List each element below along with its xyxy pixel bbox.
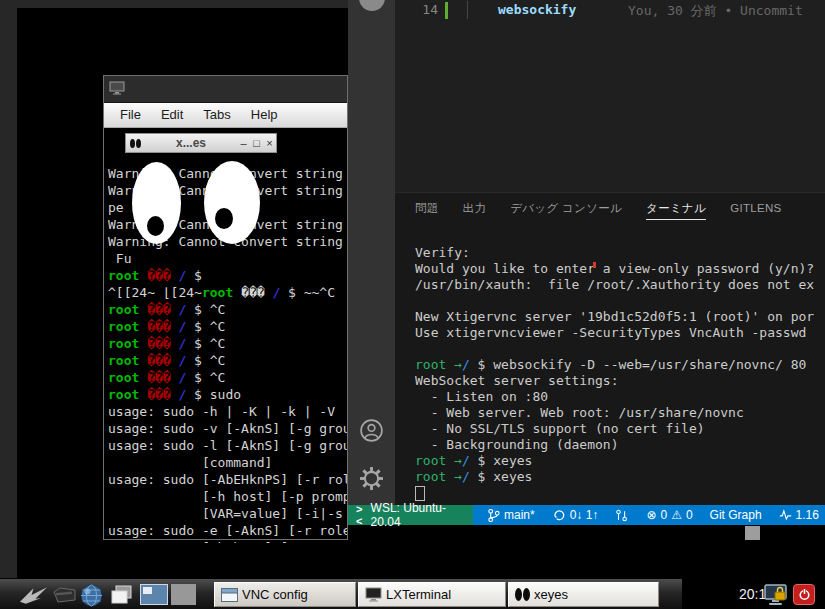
account-icon[interactable] — [359, 418, 384, 443]
maximize-button[interactable]: □ — [250, 137, 263, 149]
menu-item-tabs[interactable]: Tabs — [193, 103, 240, 127]
taskbar-button-vnc-config[interactable]: VNC config — [214, 582, 356, 607]
terminal-line: root ��� / $ — [108, 267, 347, 284]
problems-indicator[interactable]: ⊗ 0 ⚠ 0 — [646, 508, 692, 522]
pager-desktop-1[interactable] — [140, 584, 168, 605]
menu-item-edit[interactable]: Edit — [151, 103, 193, 127]
xeyes-right-pupil — [215, 208, 233, 229]
terminal-line: New Xtigervnc server '19bd1c52d0f5:1 (ro… — [415, 309, 825, 325]
desktop-top-strip — [0, 0, 348, 8]
terminal-icon — [365, 587, 382, 602]
vscode-window: 14 websockify You, 30 分前 • Uncommit 問題出力… — [348, 0, 825, 525]
panel-tab-問題[interactable]: 問題 — [415, 201, 439, 220]
lxterminal-titlebar[interactable] — [104, 76, 347, 103]
terminal-line: - Backgrounding (daemon) — [415, 437, 825, 453]
power-icon — [798, 588, 811, 601]
xeyes-icon — [515, 588, 530, 601]
taskbar-button-xeyes[interactable]: xeyes — [508, 582, 659, 607]
pulse-icon — [779, 509, 792, 521]
panel-tab-ターミナル[interactable]: ターミナル — [646, 201, 706, 220]
menu-item-file[interactable]: File — [110, 103, 151, 127]
terminal-line: root ��� / $ ^C — [108, 318, 347, 335]
lock-screen-icon[interactable] — [763, 583, 789, 607]
branch-indicator[interactable]: main* — [487, 508, 535, 523]
panel-tab-GITLENS[interactable]: GITLENS — [730, 202, 781, 218]
terminal-line: [-h host] [-p promp — [108, 488, 347, 505]
pager-desktop-2[interactable] — [171, 584, 196, 605]
activity-top-icon[interactable] — [359, 0, 385, 11]
terminal-line: /usr/bin/xauth: file /root/.Xauthority d… — [415, 277, 825, 293]
desktop: { "lxterminal": { "menu": ["File", "Edit… — [0, 0, 825, 609]
warnings-icon: ⚠ — [671, 508, 682, 522]
logout-power-button[interactable] — [793, 584, 815, 605]
terminal-line: WebSocket server settings: — [415, 373, 825, 389]
terminal-line — [415, 293, 825, 309]
terminal-line: [-h host] [-p promp — [108, 539, 347, 543]
close-button[interactable]: × — [263, 137, 276, 149]
terminal-line: Would you like to enter a view-only pass… — [415, 261, 825, 277]
bottom-panel: 問題出力デバッグ コンソールターミナルGITLENS Verify:Would … — [395, 192, 825, 505]
terminal-line: usage: sudo -v [-AknS] [-g grou — [108, 420, 347, 437]
git-graph-button[interactable]: Git Graph — [710, 508, 762, 522]
vnc-window-icon — [221, 588, 238, 602]
xeyes-titlebar[interactable]: x...es – □ × — [125, 133, 277, 153]
terminal-line: - Listen on :80 — [415, 389, 825, 405]
terminal-line: ^[[24~ ⌊[24~root ��� / $ ~~^C — [108, 284, 347, 301]
terminal-line: root ��� / $ ^C — [108, 301, 347, 318]
taskbar: VNC config LXTerminal xeyes 20:14 — [0, 578, 825, 609]
terminal-line: [VAR=value] [-i|-s — [108, 505, 347, 522]
panel-tab-デバッグ コンソール[interactable]: デバッグ コンソール — [510, 201, 622, 220]
settings-gear-icon[interactable] — [359, 466, 384, 491]
terminal-line: usage: sudo -l [-AknS] [-g grou — [108, 437, 347, 454]
indent-guide — [467, 1, 468, 19]
scrollbar-artifact — [745, 526, 760, 540]
terminal-line: root →/ $ xeyes — [415, 469, 825, 485]
terminal-line: root ��� / $ ^C — [108, 352, 347, 369]
desktop-left-strip — [0, 0, 17, 578]
integrated-terminal[interactable]: Verify:Would you like to enter a view-on… — [415, 245, 825, 505]
terminal-icon — [109, 81, 125, 95]
terminal-line: usage: sudo -h | -K | -k | -V — [108, 403, 347, 420]
xeyes-left-eye — [132, 162, 181, 244]
xeyes-right-eye — [204, 161, 260, 244]
sync-indicator[interactable]: 0↓ 1↑ — [552, 508, 599, 522]
git-added-indicator — [445, 2, 448, 19]
gitlens-compare-icon[interactable] — [615, 508, 629, 523]
terminal-line: - Web server. Web root: /usr/share/novnc — [415, 405, 825, 421]
errors-icon: ⊗ — [646, 508, 656, 522]
web-browser-icon[interactable] — [80, 584, 103, 607]
panel-tab-出力[interactable]: 出力 — [463, 201, 487, 220]
terminal-line: root →/ $ websockify -D --web=/usr/share… — [415, 357, 825, 373]
terminal-line: - No SSL/TLS support (no cert file) — [415, 421, 825, 437]
terminal-line: Fu — [108, 250, 347, 267]
xeyes-icon — [130, 139, 141, 148]
terminal-line: [command] — [108, 454, 347, 471]
terminal-line: usage: sudo -e [-AknS] [-r role — [108, 522, 347, 539]
terminal-line: root ��� / $ ^C — [108, 369, 347, 386]
menu-item-help[interactable]: Help — [241, 103, 288, 127]
terminal-line: usage: sudo [-AbEHknPS] [-r rol — [108, 471, 347, 488]
lxde-menu-icon[interactable] — [19, 585, 48, 605]
terminal-line — [415, 485, 825, 501]
terminal-line: root →/ $ xeyes — [415, 453, 825, 469]
remote-label: WSL: Ubuntu-20.04 — [371, 501, 473, 529]
sync-icon — [552, 508, 566, 522]
status-bar: >< WSL: Ubuntu-20.04 main* 0↓ 1↑ — [348, 505, 825, 525]
taskbar-button-lxterminal[interactable]: LXTerminal — [358, 582, 506, 607]
gitlens-annotation: You, 30 分前 • Uncommit — [628, 2, 803, 20]
remote-icon: >< — [356, 503, 366, 527]
minimize-button[interactable]: – — [237, 137, 250, 149]
activity-bar — [348, 0, 395, 505]
terminal-line: Use xtigervncviewer -SecurityTypes VncAu… — [415, 325, 825, 341]
panel-tab-bar: 問題出力デバッグ コンソールターミナルGITLENS — [395, 193, 825, 227]
terminal-line: Verify: — [415, 245, 825, 261]
remote-indicator[interactable]: >< WSL: Ubuntu-20.04 — [348, 505, 473, 525]
terminal-line: root ��� / $ ^C — [108, 335, 347, 352]
editor-area[interactable]: 14 websockify You, 30 分前 • Uncommit — [395, 0, 825, 192]
code-token: websockify — [498, 2, 576, 17]
terminal-line: root ��� / $ sudo — [108, 386, 347, 403]
perf-indicator[interactable]: 1.16 — [779, 508, 819, 522]
show-desktop-icon[interactable] — [110, 585, 135, 605]
file-manager-icon[interactable] — [52, 586, 77, 604]
lxterminal-menubar: FileEditTabsHelp — [104, 103, 347, 128]
